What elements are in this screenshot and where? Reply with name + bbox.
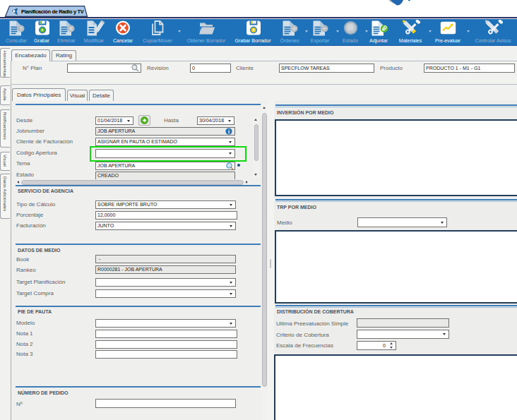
svg-text:?: ? (19, 25, 23, 32)
svg-text:i: i (228, 128, 230, 135)
